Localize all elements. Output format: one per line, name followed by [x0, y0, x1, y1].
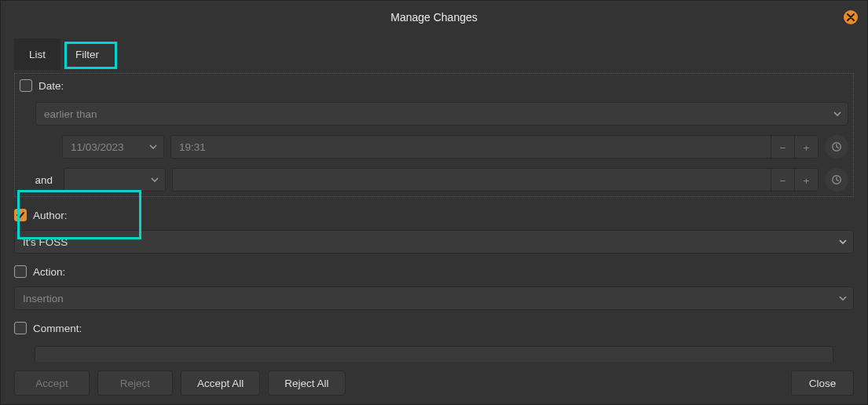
author-checkbox[interactable]	[14, 209, 27, 221]
and-label: and	[15, 174, 57, 186]
tab-list-label: List	[29, 49, 46, 60]
reject-label: Reject	[120, 378, 150, 389]
plus-icon[interactable]: +	[794, 136, 818, 159]
plus-icon[interactable]: +	[794, 169, 818, 192]
author-select[interactable]: It's FOSS	[14, 230, 854, 254]
accept-button[interactable]: Accept	[14, 370, 90, 396]
dialog-title: Manage Changes	[390, 11, 478, 24]
tab-bar: List Filter	[14, 38, 854, 70]
reject-button[interactable]: Reject	[97, 370, 173, 396]
close-button[interactable]: Close	[791, 370, 854, 396]
chevron-down-icon	[839, 294, 847, 302]
action-section: Action: Insertion	[14, 260, 854, 310]
date-check-row: Date:	[15, 74, 853, 97]
titlebar: Manage Changes	[1, 1, 867, 34]
tab-filter-label: Filter	[75, 49, 99, 60]
close-label: Close	[809, 378, 837, 389]
date-picker[interactable]: 11/03/2023	[62, 135, 164, 159]
date-group: Date: earlier than 11/03/2023 19:31 − +	[14, 73, 854, 197]
comment-checkbox[interactable]	[14, 322, 27, 334]
comment-label: Comment:	[33, 323, 82, 334]
chevron-down-icon	[833, 110, 841, 118]
action-check-row: Action:	[14, 260, 854, 283]
time-value-1: 19:31	[179, 141, 206, 153]
author-check-row: Author:	[14, 203, 854, 227]
reject-all-button[interactable]: Reject All	[268, 370, 345, 396]
tab-filter[interactable]: Filter	[60, 38, 114, 70]
clock-now-button-1[interactable]	[825, 135, 848, 159]
time-field-1[interactable]: 19:31 − +	[170, 135, 819, 159]
accept-all-button[interactable]: Accept All	[181, 370, 260, 396]
author-value: It's FOSS	[23, 236, 68, 248]
clock-icon	[831, 174, 842, 185]
action-checkbox[interactable]	[14, 265, 27, 278]
author-label: Author:	[33, 210, 68, 221]
date-condition-select[interactable]: earlier than	[35, 102, 848, 126]
accept-all-label: Accept All	[197, 378, 244, 389]
accept-label: Accept	[35, 378, 68, 389]
footer: Accept Reject Accept All Reject All Clos…	[1, 362, 867, 404]
date-condition-value: earlier than	[44, 108, 97, 120]
close-icon[interactable]	[844, 10, 858, 24]
minus-icon[interactable]: −	[771, 136, 794, 159]
clock-now-button-2[interactable]	[825, 168, 848, 192]
author-section: Author: It's FOSS	[14, 203, 854, 254]
date-checkbox[interactable]	[20, 79, 32, 92]
dialog-body: List Filter Date: earlier than 11/03/202…	[1, 34, 867, 370]
action-label: Action:	[33, 266, 65, 278]
clock-icon	[831, 141, 842, 152]
date-picker-2[interactable]	[64, 168, 166, 192]
chevron-down-icon	[149, 143, 157, 151]
action-value: Insertion	[23, 293, 64, 305]
reject-all-label: Reject All	[284, 378, 328, 389]
date-value: 11/03/2023	[71, 141, 124, 153]
action-select[interactable]: Insertion	[14, 286, 854, 310]
chevron-down-icon	[151, 176, 159, 184]
chevron-down-icon	[839, 238, 847, 246]
time-field-2[interactable]: − +	[172, 168, 819, 192]
manage-changes-dialog: Manage Changes List Filter Date: earlier…	[0, 0, 868, 405]
date-label: Date:	[38, 80, 64, 92]
tab-list[interactable]: List	[14, 38, 60, 70]
minus-icon[interactable]: −	[771, 169, 794, 192]
comment-check-row: Comment:	[14, 316, 854, 340]
